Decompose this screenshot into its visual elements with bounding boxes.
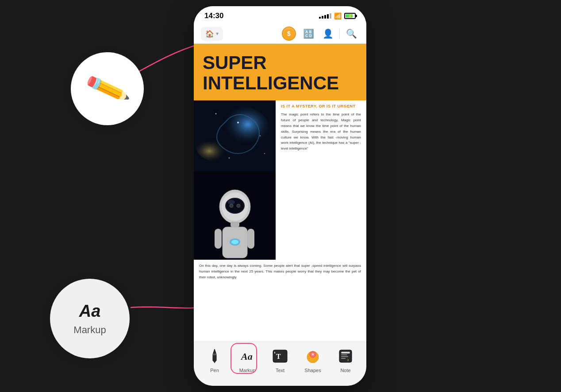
doc-body-paragraph2: On this day, one day is always coming. S… bbox=[194, 260, 366, 284]
note-icon: › bbox=[336, 346, 355, 366]
search-button[interactable]: 🔍 bbox=[343, 26, 359, 42]
svg-point-16 bbox=[230, 204, 233, 208]
nebula-image bbox=[194, 100, 276, 171]
svg-point-7 bbox=[260, 135, 261, 136]
nav-bar: 🏠 ▾ $ 🔠 👤 🔍 bbox=[194, 24, 366, 44]
signal-dots bbox=[319, 13, 331, 19]
doc-text-col: IS IT A MYSTERY, OR IS IT URGENT The mag… bbox=[276, 100, 366, 260]
person-icon: 👤 bbox=[323, 28, 334, 39]
bottom-toolbar: Pen Aa Markup T Text bbox=[194, 342, 366, 386]
tool-shapes[interactable]: Shapes bbox=[300, 346, 326, 373]
nebula-svg bbox=[194, 100, 276, 171]
coin-button[interactable]: $ bbox=[281, 26, 297, 42]
markup-callout-label: Markup bbox=[73, 324, 106, 336]
svg-point-4 bbox=[196, 131, 240, 162]
document-area: SUPER INTELLIGENCE bbox=[194, 44, 366, 361]
status-bar: 14:30 📶 ⚡ bbox=[194, 6, 366, 24]
svg-rect-32 bbox=[341, 352, 350, 354]
doc-images bbox=[194, 100, 276, 260]
doc-top-section: IS IT A MYSTERY, OR IS IT URGENT The mag… bbox=[194, 100, 366, 260]
text-icon: T bbox=[270, 346, 290, 366]
bolt-icon: ⚡ bbox=[348, 14, 353, 18]
svg-point-8 bbox=[229, 158, 230, 159]
tool-markup[interactable]: Aa Markup bbox=[234, 346, 261, 373]
battery-icon: ⚡ bbox=[344, 13, 356, 19]
tool-text[interactable]: T Text bbox=[267, 346, 293, 373]
doc-title-line2: INTELLIGENCE bbox=[203, 73, 357, 93]
markup-label: Markup bbox=[239, 368, 256, 373]
svg-rect-33 bbox=[341, 354, 347, 355]
phone-frame: 14:30 📶 ⚡ 🏠 ▾ $ bbox=[194, 6, 366, 386]
markup-callout-aa: Aa bbox=[79, 302, 101, 321]
note-label: Note bbox=[340, 368, 350, 373]
status-time: 14:30 bbox=[204, 12, 223, 20]
wifi-icon: 📶 bbox=[334, 12, 342, 19]
svg-point-5 bbox=[237, 122, 239, 123]
markup-icon: Aa bbox=[238, 346, 257, 366]
eraser-icon-large: ✏️ bbox=[83, 65, 132, 112]
nav-divider bbox=[339, 28, 340, 39]
search-icon: 🔍 bbox=[346, 28, 357, 39]
text-label: Text bbox=[276, 368, 284, 373]
svg-point-21 bbox=[231, 240, 238, 244]
pen-icon bbox=[205, 346, 224, 366]
svg-text:Aa: Aa bbox=[240, 351, 253, 362]
pen-label: Pen bbox=[210, 368, 219, 373]
shapes-icon bbox=[303, 346, 323, 366]
status-icons: 📶 ⚡ bbox=[319, 12, 356, 19]
robot-svg bbox=[194, 171, 276, 260]
pen-callout-circle: ✏️ bbox=[71, 52, 144, 125]
doc-title-line1: SUPER bbox=[203, 53, 357, 73]
doc-content: IS IT A MYSTERY, OR IS IT URGENT The mag… bbox=[194, 100, 366, 284]
user-button[interactable]: 👤 bbox=[320, 26, 336, 42]
svg-text:›: › bbox=[347, 357, 349, 362]
home-button[interactable]: 🏠 ▾ bbox=[201, 27, 223, 41]
svg-rect-34 bbox=[341, 356, 348, 357]
tool-note[interactable]: › Note bbox=[332, 346, 359, 373]
home-icon: 🏠 bbox=[205, 30, 214, 38]
doc-header: SUPER INTELLIGENCE bbox=[194, 44, 366, 100]
svg-point-6 bbox=[215, 113, 217, 115]
tool-pen[interactable]: Pen bbox=[201, 346, 228, 373]
svg-rect-22 bbox=[215, 229, 222, 249]
svg-point-17 bbox=[237, 204, 240, 208]
doc-subtitle: IS IT A MYSTERY, OR IS IT URGENT bbox=[281, 104, 361, 108]
shapes-label: Shapes bbox=[304, 368, 321, 373]
markup-callout-circle: Aa Markup bbox=[50, 279, 130, 358]
translate-icon: 🔠 bbox=[303, 28, 314, 39]
coin-badge: $ bbox=[282, 27, 296, 41]
svg-text:T: T bbox=[276, 353, 281, 360]
svg-rect-35 bbox=[341, 358, 346, 359]
doc-body-paragraph1: The magic point refers to the time point… bbox=[281, 112, 361, 152]
svg-rect-23 bbox=[247, 229, 254, 249]
svg-point-9 bbox=[264, 153, 265, 154]
translate-button[interactable]: 🔠 bbox=[300, 26, 316, 42]
chevron-down-icon: ▾ bbox=[216, 31, 219, 37]
svg-rect-18 bbox=[231, 222, 239, 227]
svg-rect-24 bbox=[213, 354, 216, 355]
coin-icon: $ bbox=[287, 30, 291, 37]
robot-image bbox=[194, 171, 276, 260]
